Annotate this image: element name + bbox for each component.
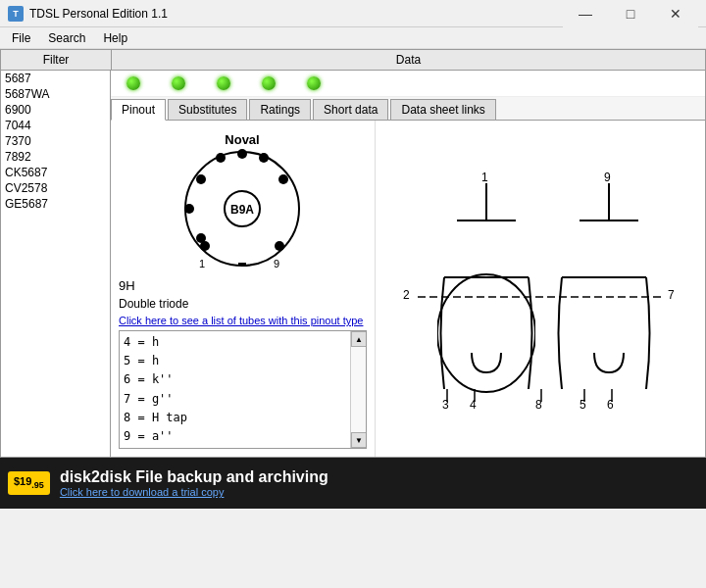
scroll-down-button[interactable]: ▼ (351, 432, 367, 448)
filter-item-7892[interactable]: 7892 (1, 149, 110, 165)
svg-text:3: 3 (442, 398, 449, 412)
content-area: 5687 5687WA 6900 7044 7370 7892 CK5687 C… (0, 71, 706, 458)
led-4 (262, 76, 276, 90)
pinout-right: 1 9 2 7 (376, 121, 705, 457)
socket-svg: Noval B9A (172, 128, 314, 270)
svg-point-25 (437, 274, 535, 392)
filter-item-6900[interactable]: 6900 (1, 102, 110, 118)
data-panel: Pinout Substitutes Ratings Short data Da… (111, 71, 706, 458)
filter-list[interactable]: 5687 5687WA 6900 7044 7370 7892 CK5687 C… (0, 71, 111, 458)
svg-point-5 (275, 241, 284, 251)
pinout-left: Noval B9A (111, 121, 376, 457)
tab-pinout[interactable]: Pinout (111, 99, 166, 121)
banner-text: disk2disk File backup and archiving Clic… (60, 468, 328, 498)
tabs: Pinout Substitutes Ratings Short data Da… (111, 97, 705, 121)
filter-item-5687wa[interactable]: 5687WA (1, 86, 110, 102)
banner: $19.95 disk2disk File backup and archivi… (0, 458, 706, 509)
svg-point-10 (237, 149, 247, 159)
filter-item-cv2578[interactable]: CV2578 (1, 180, 110, 196)
svg-text:9: 9 (604, 171, 611, 184)
window-controls: — □ ✕ (563, 0, 698, 27)
led-3 (217, 76, 230, 90)
pin-list-item: 7 = g'' (124, 390, 362, 409)
app-icon: T (8, 6, 24, 22)
maximize-button[interactable]: □ (608, 0, 653, 27)
minimize-button[interactable]: — (563, 0, 608, 27)
tab-content: Noval B9A (111, 121, 705, 457)
svg-text:7: 7 (668, 288, 675, 302)
svg-point-9 (216, 153, 226, 163)
svg-rect-26 (437, 260, 535, 407)
pin-list: 4 = h 5 = h 6 = k'' 7 = g'' 8 = H tap 9 … (120, 331, 366, 448)
svg-text:9: 9 (274, 258, 279, 270)
title-bar: T TDSL Personal Edition 1.1 — □ ✕ (0, 0, 706, 27)
svg-text:1: 1 (481, 171, 488, 184)
svg-text:1: 1 (199, 258, 205, 270)
tab-ratings[interactable]: Ratings (249, 99, 311, 120)
svg-point-12 (278, 174, 288, 184)
svg-point-8 (196, 174, 206, 184)
pin-list-scrollbar[interactable]: ▲ ▼ (350, 331, 366, 448)
led-2 (172, 76, 185, 90)
filter-header-label: Filter (0, 49, 111, 71)
svg-rect-27 (555, 260, 653, 407)
tab-substitutes[interactable]: Substitutes (168, 99, 247, 120)
led-1 (126, 76, 140, 90)
socket-diagram: Noval B9A (119, 128, 367, 270)
svg-text:6: 6 (607, 398, 614, 412)
scroll-track[interactable] (351, 347, 366, 432)
svg-text:5: 5 (580, 398, 586, 412)
panel-headers: Filter Data (0, 49, 706, 71)
banner-price-main: $19.95 (14, 475, 44, 491)
pin-list-item: 5 = h (124, 352, 362, 370)
filter-item-ge5687[interactable]: GE5687 (1, 196, 110, 212)
banner-price: $19.95 (8, 471, 50, 495)
pin-list-item: 9 = a'' (124, 427, 362, 446)
menu-bar: File Search Help (0, 27, 706, 49)
svg-text:2: 2 (403, 288, 410, 302)
menu-search[interactable]: Search (40, 29, 93, 47)
scroll-up-button[interactable]: ▲ (351, 331, 367, 347)
data-header-label: Data (111, 49, 706, 71)
svg-text:4: 4 (470, 398, 477, 412)
filter-item-5687[interactable]: 5687 (1, 71, 110, 86)
pinout-type: 9H (119, 278, 367, 293)
svg-point-11 (259, 153, 269, 163)
pin-list-container: 4 = h 5 = h 6 = k'' 7 = g'' 8 = H tap 9 … (119, 330, 367, 449)
tab-short-data[interactable]: Short data (313, 99, 388, 120)
svg-point-6 (184, 204, 194, 214)
pinout-link[interactable]: Click here to see a list of tubes with t… (119, 315, 367, 326)
menu-file[interactable]: File (4, 29, 38, 47)
pin-list-item: 6 = k'' (124, 370, 362, 389)
pin-list-item: 8 = H tap (124, 409, 362, 427)
svg-text:B9A: B9A (230, 203, 254, 217)
tab-data-sheet-links[interactable]: Data sheet links (390, 99, 495, 120)
led-row (111, 71, 705, 97)
banner-subtitle[interactable]: Click here to download a trial copy (60, 486, 328, 498)
pinout-desc: Double triode (119, 297, 367, 311)
app-title: TDSL Personal Edition 1.1 (29, 7, 168, 21)
close-button[interactable]: ✕ (653, 0, 698, 27)
led-5 (307, 76, 321, 90)
filter-item-ck5687[interactable]: CK5687 (1, 165, 110, 180)
svg-point-7 (196, 233, 206, 243)
filter-item-7370[interactable]: 7370 (1, 133, 110, 149)
menu-help[interactable]: Help (95, 29, 135, 47)
tube-schematic-svg: 1 9 2 7 (383, 162, 697, 416)
banner-title: disk2disk File backup and archiving (60, 468, 328, 486)
svg-text:Noval: Noval (225, 132, 259, 147)
pin-list-item: 4 = h (124, 333, 362, 352)
filter-item-7044[interactable]: 7044 (1, 118, 110, 133)
